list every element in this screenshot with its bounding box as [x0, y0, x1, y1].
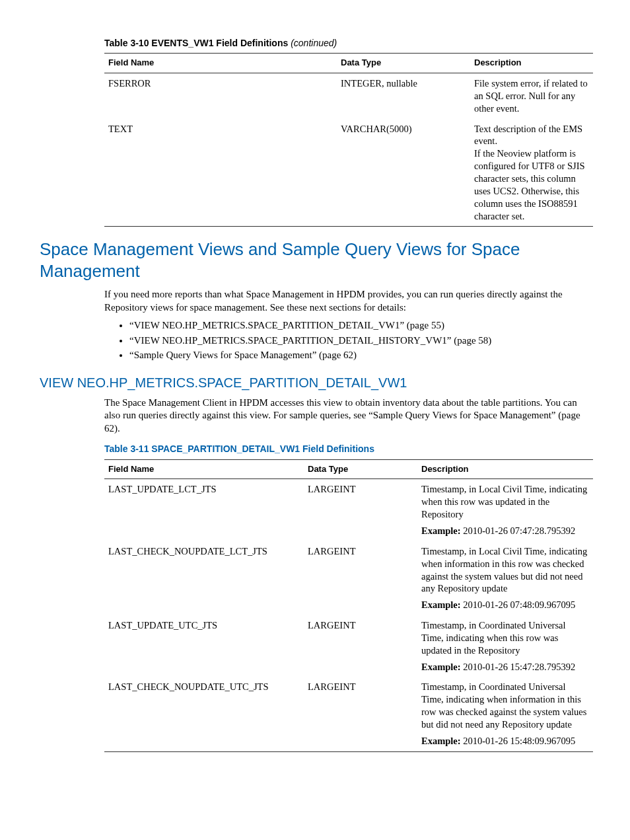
view-intro: The Space Management Client in HPDM acce…	[104, 397, 590, 436]
cell-type: LARGEINT	[304, 541, 417, 615]
table-row: LAST_UPDATE_UTC_JTS LARGEINT Timestamp, …	[104, 615, 593, 677]
th-field: Field Name	[104, 459, 304, 479]
link-list: “VIEW NEO.HP_METRICS.SPACE_PARTITION_DET…	[104, 319, 590, 362]
table-311: Field Name Data Type Description LAST_UP…	[104, 459, 593, 752]
cell-field: TEXT	[104, 119, 337, 227]
desc-example: Example: 2010-01-26 07:47:28.795392	[421, 525, 589, 537]
example-value: 2010-01-26 07:48:09.967095	[461, 599, 576, 610]
cell-type: LARGEINT	[304, 677, 417, 751]
table-row: TEXT VARCHAR(5000) Text description of t…	[104, 119, 593, 227]
cell-field: LAST_UPDATE_UTC_JTS	[104, 615, 304, 677]
example-value: 2010-01-26 15:48:09.967095	[461, 736, 576, 746]
example-value: 2010-01-26 15:47:28.795392	[461, 662, 576, 672]
table-row: LAST_CHECK_NOUPDATE_LCT_JTS LARGEINT Tim…	[104, 541, 593, 615]
table-row: FSERROR INTEGER, nullable File system er…	[104, 73, 593, 119]
desc-text: Timestamp, in Coordinated Universal Time…	[421, 681, 589, 730]
cell-field: FSERROR	[104, 73, 337, 119]
cell-type: LARGEINT	[304, 615, 417, 677]
example-value: 2010-01-26 07:47:28.795392	[461, 525, 576, 536]
section-heading: Space Management Views and Sample Query …	[40, 239, 590, 282]
th-type: Data Type	[337, 54, 470, 73]
cell-field: LAST_CHECK_NOUPDATE_UTC_JTS	[104, 677, 304, 751]
example-label: Example:	[421, 599, 461, 610]
example-label: Example:	[421, 662, 461, 672]
table-row: LAST_CHECK_NOUPDATE_UTC_JTS LARGEINT Tim…	[104, 677, 593, 751]
th-desc: Description	[470, 54, 593, 73]
cell-type: INTEGER, nullable	[337, 73, 470, 119]
th-desc: Description	[417, 459, 593, 479]
cell-field: LAST_UPDATE_LCT_JTS	[104, 479, 304, 541]
table-310: Field Name Data Type Description FSERROR…	[104, 53, 593, 227]
desc-example: Example: 2010-01-26 15:47:28.795392	[421, 661, 589, 673]
cell-desc: Timestamp, in Local Civil Time, indicati…	[417, 541, 593, 615]
example-label: Example:	[421, 736, 461, 746]
desc-text: Timestamp, in Coordinated Universal Time…	[421, 619, 589, 657]
cell-field: LAST_CHECK_NOUPDATE_LCT_JTS	[104, 541, 304, 615]
list-item[interactable]: “VIEW NEO.HP_METRICS.SPACE_PARTITION_DET…	[129, 319, 590, 332]
cell-desc: Text description of the EMS event. If th…	[470, 119, 593, 227]
table-310-title-suffix: (continued)	[291, 38, 337, 48]
cell-desc: File system error, if related to an SQL …	[470, 73, 593, 119]
table-row: LAST_UPDATE_LCT_JTS LARGEINT Timestamp, …	[104, 479, 593, 541]
table-310-title-prefix: Table 3-10 EVENTS_VW1 Field Definitions	[104, 38, 291, 48]
desc-text: Timestamp, in Local Civil Time, indicati…	[421, 545, 589, 595]
cell-type: LARGEINT	[304, 479, 417, 541]
view-intro-text-b: .	[118, 423, 120, 434]
intro-paragraph: If you need more reports than what Space…	[104, 288, 590, 314]
example-label: Example:	[421, 525, 461, 536]
th-field: Field Name	[104, 54, 337, 73]
cell-desc: Timestamp, in Local Civil Time, indicati…	[417, 479, 593, 541]
cell-desc: Timestamp, in Coordinated Universal Time…	[417, 615, 593, 677]
list-item[interactable]: “VIEW NEO.HP_METRICS.SPACE_PARTITION_DET…	[129, 334, 590, 348]
list-item[interactable]: “Sample Query Views for Space Management…	[129, 349, 590, 362]
desc-example: Example: 2010-01-26 15:48:09.967095	[421, 735, 589, 747]
desc-example: Example: 2010-01-26 07:48:09.967095	[421, 599, 589, 611]
cell-desc: Timestamp, in Coordinated Universal Time…	[417, 677, 593, 751]
desc-text: Timestamp, in Local Civil Time, indicati…	[421, 483, 589, 521]
table-310-title: Table 3-10 EVENTS_VW1 Field Definitions …	[104, 37, 590, 49]
th-type: Data Type	[304, 459, 417, 479]
cell-type: VARCHAR(5000)	[337, 119, 470, 227]
subsection-heading: VIEW NEO.HP_METRICS.SPACE_PARTITION_DETA…	[40, 374, 590, 391]
table-311-title: Table 3-11 SPACE_PARTITION_DETAIL_VW1 Fi…	[104, 443, 590, 455]
